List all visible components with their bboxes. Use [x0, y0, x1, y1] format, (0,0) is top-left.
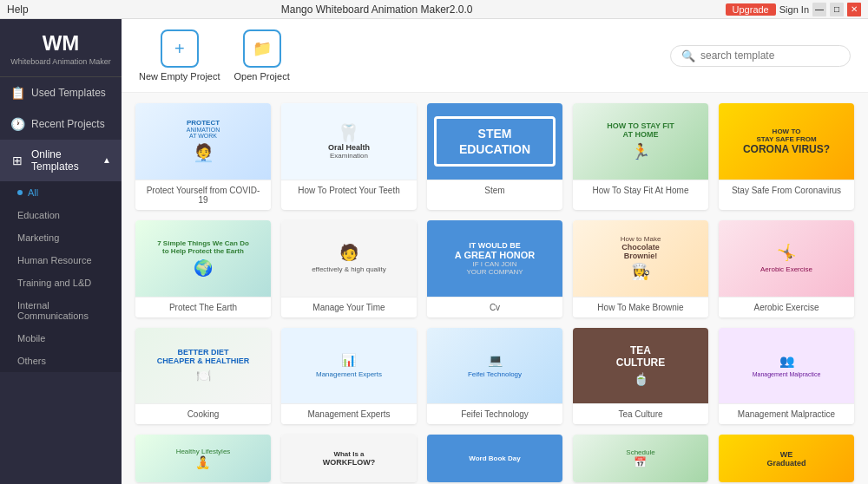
- sub-item-human-resource[interactable]: Human Resource: [0, 249, 122, 271]
- template-name: Aerobic Exercise: [719, 297, 854, 317]
- template-card-corona[interactable]: HOW TO STAY SAFE FROM CORONA VIRUS? Stay…: [719, 103, 854, 210]
- logo-subtitle: Whiteboard Animation Maker: [10, 57, 111, 68]
- logo-text: WM: [10, 31, 111, 56]
- upgrade-button[interactable]: Upgrade: [726, 3, 776, 16]
- expand-icon: ▲: [102, 155, 111, 165]
- template-name: How To Stay Fit At Home: [573, 180, 708, 200]
- sidebar: WM Whiteboard Animation Maker 📋 Used Tem…: [0, 19, 122, 484]
- template-card-teeth[interactable]: 🦷 Oral Health Examination How To Protect…: [281, 103, 417, 210]
- sub-item-training[interactable]: Training and L&D: [0, 271, 122, 294]
- template-thumb: IT WOULD BE A GREAT HONOR IF I CAN JOIN …: [427, 220, 562, 297]
- sidebar-item-recent-projects[interactable]: 🕐 Recent Projects: [0, 108, 122, 140]
- sidebar-item-label: Recent Projects: [31, 118, 111, 130]
- active-indicator: [17, 190, 23, 195]
- template-card-graduated[interactable]: WE Graduated: [719, 435, 854, 482]
- template-grid-area: PROTECT ANIMATION AT WORK 🧑‍💼 Protect Yo…: [122, 93, 868, 484]
- template-name: Management Experts: [281, 403, 417, 424]
- template-thumb: How to Make Chocolate Brownie! 👩‍🍳: [573, 220, 708, 297]
- open-project-button[interactable]: 📁 Open Project: [234, 29, 290, 82]
- sidebar-item-label: Used Templates: [31, 87, 111, 99]
- search-input[interactable]: [700, 49, 839, 62]
- close-button[interactable]: ✕: [847, 3, 861, 16]
- sub-item-education[interactable]: Education: [0, 204, 122, 226]
- sidebar-logo: WM Whiteboard Animation Maker: [0, 19, 122, 77]
- sign-in-button[interactable]: Sign In: [779, 4, 809, 15]
- template-card-management-experts[interactable]: 📊 Management Experts Management Experts: [281, 328, 417, 425]
- template-thumb: 🦷 Oral Health Examination: [281, 103, 417, 180]
- open-project-label: Open Project: [234, 71, 290, 82]
- sub-item-internal-comms[interactable]: Internal Communications: [0, 294, 122, 327]
- sub-item-mobile[interactable]: Mobile: [0, 327, 122, 350]
- template-thumb: HOW TO STAY FIT AT HOME 🏃: [573, 103, 708, 180]
- template-card-malpractice[interactable]: 👥 Management Malpractice Management Malp…: [719, 328, 854, 425]
- menu-bar: Help: [7, 3, 29, 16]
- sidebar-item-online-templates[interactable]: ⊞ Online Templates ▲: [0, 140, 122, 181]
- sub-menu: All Education Marketing Human Resource T…: [0, 181, 122, 372]
- template-thumb: Healthy Lifestyles 🧘: [135, 435, 271, 482]
- template-card-cooking[interactable]: BETTER DIET CHEAPER & HEALTHIER 🍽️ Cooki…: [135, 328, 271, 425]
- template-name: Cv: [427, 297, 562, 317]
- new-project-label: New Empty Project: [139, 71, 220, 82]
- open-project-icon: 📁: [243, 29, 281, 68]
- template-thumb: Word Book Day: [427, 435, 562, 482]
- sub-item-all[interactable]: All: [0, 181, 122, 204]
- template-card-tea-culture[interactable]: TEA CULTURE 🍵 Tea Culture: [573, 328, 708, 425]
- maximize-button[interactable]: □: [830, 3, 844, 16]
- template-thumb: What Is a WORKFLOW?: [281, 435, 417, 482]
- template-name: Stem: [427, 180, 562, 200]
- template-card-fitness[interactable]: HOW TO STAY FIT AT HOME 🏃 How To Stay Fi…: [573, 103, 708, 210]
- sub-item-others[interactable]: Others: [0, 350, 122, 372]
- template-thumb: STEM EDUCATION: [427, 103, 562, 180]
- template-card-earth[interactable]: 7 Simple Things We Can Do to Help Protec…: [135, 220, 271, 317]
- template-thumb: BETTER DIET CHEAPER & HEALTHIER 🍽️: [135, 328, 271, 404]
- template-card-feifei[interactable]: 💻 Feifei Technology Feifei Technology: [427, 328, 562, 425]
- template-thumb: 7 Simple Things We Can Do to Help Protec…: [135, 220, 271, 297]
- template-thumb: 🤸 Aerobic Exercise: [719, 220, 854, 297]
- title-bar: Help Mango Whiteboard Animation Maker2.0…: [0, 0, 868, 19]
- window-controls: Upgrade Sign In — □ ✕: [726, 3, 861, 16]
- app-title: Mango Whiteboard Animation Maker2.0.0: [29, 3, 726, 16]
- template-thumb: WE Graduated: [719, 435, 854, 482]
- template-card-cv[interactable]: IT WOULD BE A GREAT HONOR IF I CAN JOIN …: [427, 220, 562, 317]
- template-name: Cooking: [135, 403, 271, 424]
- template-thumb: 👥 Management Malpractice: [719, 328, 854, 404]
- template-card-word-book[interactable]: Word Book Day: [427, 435, 562, 482]
- template-thumb: TEA CULTURE 🍵: [573, 328, 708, 404]
- template-name: Protect The Earth: [135, 297, 271, 317]
- new-project-button[interactable]: + New Empty Project: [139, 29, 220, 82]
- toolbar: + New Empty Project 📁 Open Project 🔍: [122, 19, 868, 93]
- sidebar-item-used-templates[interactable]: 📋 Used Templates: [0, 77, 122, 108]
- search-icon: 🔍: [681, 49, 695, 62]
- template-card-brownie[interactable]: How to Make Chocolate Brownie! 👩‍🍳 How T…: [573, 220, 708, 317]
- template-name: Stay Safe From Coronavirus: [719, 180, 854, 200]
- template-grid: PROTECT ANIMATION AT WORK 🧑‍💼 Protect Yo…: [135, 103, 854, 482]
- template-thumb: PROTECT ANIMATION AT WORK 🧑‍💼: [135, 103, 271, 180]
- template-name: How To Protect Your Teeth: [281, 180, 417, 200]
- template-thumb: HOW TO STAY SAFE FROM CORONA VIRUS?: [719, 103, 854, 180]
- template-name: How To Make Brownie: [573, 297, 708, 317]
- minimize-button[interactable]: —: [812, 3, 826, 16]
- template-card-aerobic[interactable]: 🤸 Aerobic Exercise Aerobic Exercise: [719, 220, 854, 317]
- search-box[interactable]: 🔍: [670, 45, 851, 67]
- new-project-icon: +: [161, 29, 199, 68]
- main-layout: WM Whiteboard Animation Maker 📋 Used Tem…: [0, 19, 868, 484]
- template-name: Protect Yourself from COVID-19: [135, 180, 271, 210]
- template-card-healthy[interactable]: Healthy Lifestyles 🧘: [135, 435, 271, 482]
- recent-projects-icon: 🕐: [10, 117, 24, 131]
- template-name: Manage Your Time: [281, 297, 417, 317]
- template-name: Tea Culture: [573, 403, 708, 424]
- template-card-covid[interactable]: PROTECT ANIMATION AT WORK 🧑‍💼 Protect Yo…: [135, 103, 271, 210]
- template-card-stem[interactable]: STEM EDUCATION Stem: [427, 103, 562, 210]
- template-thumb: 💻 Feifei Technology: [427, 328, 562, 404]
- template-name: Feifei Technology: [427, 403, 562, 424]
- template-card-workflow[interactable]: What Is a WORKFLOW?: [281, 435, 417, 482]
- template-thumb: Schedule 📅: [573, 435, 708, 482]
- used-templates-icon: 📋: [10, 86, 24, 100]
- template-card-manage-time[interactable]: 🧑 effectively & high quality Manage Your…: [281, 220, 417, 317]
- help-menu[interactable]: Help: [7, 3, 29, 16]
- content-area: + New Empty Project 📁 Open Project 🔍 PRO…: [122, 19, 868, 484]
- template-card-schedule[interactable]: Schedule 📅: [573, 435, 708, 482]
- sub-item-marketing[interactable]: Marketing: [0, 226, 122, 249]
- online-templates-icon: ⊞: [10, 154, 24, 167]
- template-name: Management Malpractice: [719, 403, 854, 424]
